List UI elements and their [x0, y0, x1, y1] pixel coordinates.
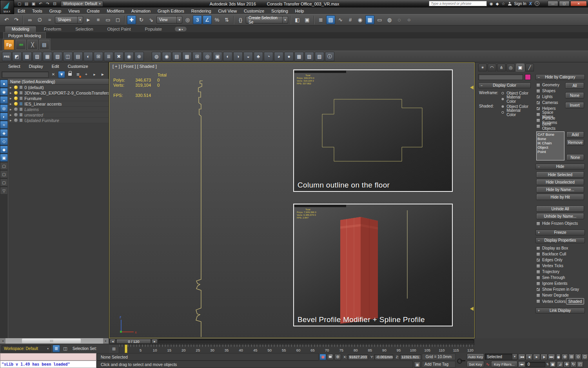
undo-small-icon[interactable]: ↶ — [38, 1, 44, 7]
layer-visibility-bulb-icon[interactable] — [14, 86, 18, 89]
expand-arrow-icon[interactable]: ▶ — [10, 91, 13, 94]
x-coordinate-field[interactable]: 91827.203 — [348, 354, 368, 360]
layer-row[interactable]: ▶ ≣ Updated Furniture — [8, 118, 121, 123]
z-coordinate-field[interactable]: 12321.821 — [400, 354, 421, 360]
custom-script-icon[interactable]: ▩ — [294, 52, 304, 61]
shaded-button[interactable]: Shaded — [566, 298, 584, 304]
hide-frozen-objects-checkbox[interactable]: Hide Frozen Objects — [536, 220, 584, 226]
category-button[interactable]: Invert — [565, 102, 584, 108]
project-folder-icon[interactable]: ⊟ — [52, 1, 58, 7]
layer-row[interactable]: ▶ ≣ 0 (default) — [8, 85, 121, 90]
layer-visibility-bulb-icon[interactable] — [14, 113, 18, 117]
custom-script-icon[interactable]: ◍ — [152, 52, 161, 61]
se-display-groups-icon[interactable]: ◈ — [0, 129, 8, 137]
menu-item[interactable]: Group — [46, 7, 65, 14]
display-property-checkbox[interactable]: Vertex Ticks — [536, 263, 584, 269]
se-display-cameras-icon[interactable]: ◎ — [0, 104, 8, 112]
zoom-extents-icon[interactable]: ⊙ — [575, 354, 581, 360]
select-object-icon[interactable]: ► — [84, 15, 93, 24]
rollout-header[interactable]: + Freeze — [535, 230, 585, 235]
next-frame-icon[interactable]: |▶ — [541, 354, 548, 360]
restore-button[interactable]: ▢ — [559, 1, 570, 6]
list-item[interactable]: Bone — [537, 137, 563, 141]
modify-tab-icon[interactable]: ◠ — [488, 64, 496, 71]
polygon-modeling-panel-tab[interactable]: Polygon Modeling — [3, 32, 46, 38]
object-color-swatch[interactable] — [525, 74, 531, 80]
percent-snap-toggle-icon[interactable]: % — [212, 15, 221, 24]
custom-script-icon[interactable]: ▤ — [73, 52, 83, 61]
custom-script-icon[interactable]: ◉ — [162, 52, 171, 61]
se-doc-icon[interactable]: ▢ — [0, 179, 8, 186]
favorites-icon[interactable]: ☆ — [502, 2, 505, 6]
ribbon-tab[interactable]: Object Paint — [101, 26, 138, 32]
previous-frame-arrow[interactable]: ◄ — [110, 339, 116, 344]
scene-explorer-icon[interactable]: ▤ — [326, 15, 335, 24]
se-display-helpers-icon[interactable]: ◐ — [0, 113, 8, 120]
sign-in-button[interactable]: Sign In — [514, 2, 526, 6]
expand-arrow-icon[interactable]: ▶ — [10, 97, 13, 100]
object-name-field[interactable] — [478, 74, 523, 80]
menu-item[interactable]: Edit — [14, 7, 29, 14]
ribbon-tab[interactable]: Freeform — [37, 26, 68, 32]
keyboard-override-toggle[interactable] — [456, 353, 466, 368]
scene-explorer-menu-item[interactable]: Select — [4, 64, 25, 69]
custom-script-icon[interactable]: ◐ — [83, 52, 93, 61]
display-property-checkbox[interactable]: Ignore Extents — [536, 281, 584, 286]
hide-button[interactable]: Hide Unselected — [536, 179, 584, 185]
custom-script-icon[interactable]: ▨ — [305, 52, 314, 61]
maxscript-mini-listener-pink[interactable] — [0, 353, 96, 361]
unhide-button[interactable]: Unhide by Name... — [536, 213, 584, 219]
workspace-selector[interactable]: Workspace: Default ▾ — [2, 345, 51, 352]
display-tab-icon[interactable]: ▣ — [516, 64, 524, 71]
manage-layers-icon[interactable]: ≣ — [316, 15, 325, 24]
display-property-checkbox[interactable]: See-Through — [536, 275, 584, 281]
display-property-checkbox[interactable]: Edges Only — [536, 257, 584, 263]
menu-item[interactable]: Rendering — [188, 7, 215, 14]
hide-button[interactable]: Hide by Name... — [536, 186, 584, 193]
se-doc-icon[interactable]: ▢ — [0, 170, 8, 178]
window-crossing-icon[interactable]: ◻ — [113, 15, 122, 24]
custom-script-icon[interactable]: ▩ — [22, 52, 32, 61]
menu-item[interactable]: Tools — [29, 7, 46, 14]
se-display-shapes-icon[interactable]: ◉ — [0, 88, 8, 96]
vertex-colors-checkbox[interactable]: Vertex Colors — [536, 299, 566, 304]
layer-visibility-bulb-icon[interactable] — [14, 118, 18, 122]
save-file-icon[interactable]: ▣ — [31, 1, 36, 7]
se-display-xrefs-icon[interactable]: ◇ — [0, 137, 8, 145]
new-scene-icon[interactable]: ▢ — [16, 1, 22, 7]
display-property-checkbox[interactable]: Trajectory — [536, 269, 584, 275]
minimize-button[interactable]: — — [548, 1, 558, 6]
custom-script-icon[interactable]: ▧ — [53, 52, 62, 61]
custom-script-icon[interactable]: ● — [284, 52, 294, 61]
custom-script-icon[interactable]: ⊞ — [192, 52, 202, 61]
se-doc-icon[interactable]: ▢ — [0, 162, 8, 170]
key-filters-button[interactable]: Key Filters... — [491, 361, 517, 367]
viewport-label[interactable]: [ + ] [ Front ] [ Shaded ] — [113, 64, 157, 69]
a360-render-icon[interactable]: ○ — [405, 15, 414, 24]
list-tool-icon[interactable]: ▤ — [39, 40, 49, 50]
clear-search-icon[interactable]: ✕ — [50, 71, 57, 78]
absolute-offset-toggle[interactable]: ⊕ — [334, 354, 341, 360]
forest-pack-icon[interactable]: Fp — [4, 40, 14, 50]
layer-row[interactable]: ▶ ≣ 3DView-3D_EXPORT-2-9_ConsolsTransfer… — [8, 90, 121, 96]
rollout-header[interactable]: − Display Color — [478, 82, 531, 88]
communication-center-icon[interactable]: ◆ — [496, 2, 499, 6]
key-mode-dropdown[interactable]: Selected ▾ — [485, 353, 517, 360]
ribbon-tab[interactable]: Selection — [69, 26, 100, 32]
menu-item[interactable]: Views — [65, 7, 83, 14]
menu-item[interactable]: Create — [83, 7, 103, 14]
shaded-material-color-radio[interactable]: Material Color — [501, 109, 530, 115]
named-selection-sets-dropdown[interactable]: Create Selection Se▾ — [246, 16, 288, 24]
menu-item[interactable]: Animation — [128, 7, 154, 14]
redo-small-icon[interactable]: ↷ — [45, 1, 51, 7]
notification-icon[interactable]: ▣ — [414, 361, 421, 368]
maxscript-mini-listener-output[interactable]: "sLib v 1.49 has been loaded" — [0, 361, 96, 368]
auto-key-button[interactable]: Auto Key — [467, 353, 484, 360]
list-item[interactable]: IK Chain Object — [537, 141, 563, 149]
frame-spinner[interactable]: ⇅ — [546, 361, 549, 368]
menu-item[interactable]: Scripting — [268, 7, 292, 14]
custom-script-icon[interactable]: ◐ — [223, 52, 232, 61]
exchange-icon[interactable]: X — [529, 1, 532, 6]
custom-script-icon[interactable]: ⓘ — [325, 52, 334, 61]
layer-row[interactable]: ▶ ≣ IES_Linear accents — [8, 101, 121, 107]
